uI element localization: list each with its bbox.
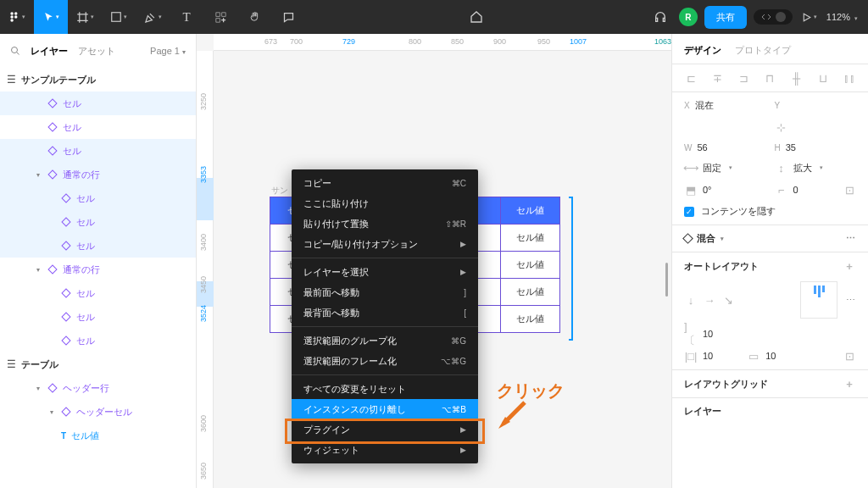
more-icon[interactable]: ⋯ <box>846 295 856 306</box>
align-hcenter-icon[interactable]: ∓ <box>710 71 724 85</box>
component-layer-row[interactable]: セル <box>0 210 196 234</box>
chevron-down-icon[interactable]: ▾ <box>47 408 56 416</box>
dev-mode-toggle[interactable] <box>754 9 793 25</box>
ruler-tick: 850 <box>451 37 464 46</box>
ctx-bring-front[interactable]: 最前面へ移動] <box>292 282 478 302</box>
hand-tool-button[interactable] <box>237 0 271 34</box>
alignment-box[interactable] <box>800 281 837 319</box>
chevron-down-icon[interactable]: ▾ <box>34 385 42 392</box>
page-selector[interactable]: Page 1 ▾ <box>150 46 186 56</box>
padding-v-field[interactable]: ▭10 <box>747 349 776 363</box>
component-layer-row[interactable]: ▾ヘッダー行 <box>0 376 196 400</box>
file-menu-button[interactable] <box>459 0 493 34</box>
text-layer-row[interactable]: Tセル値 <box>0 424 196 447</box>
plus-icon[interactable]: + <box>843 377 856 391</box>
align-top-icon[interactable]: ⊓ <box>763 71 776 85</box>
frame-label[interactable]: サン <box>271 185 288 197</box>
component-layer-row[interactable]: セル <box>0 139 196 163</box>
figma-menu-button[interactable]: ▾ <box>0 0 34 34</box>
layer-label: セル <box>63 97 81 110</box>
y-field[interactable]: Y <box>775 101 857 110</box>
ctx-frame-selection[interactable]: 選択範囲のフレーム化⌥⌘G <box>292 351 478 371</box>
ruler-tick: 900 <box>493 37 506 46</box>
table-cell[interactable]: セル値 <box>501 252 560 279</box>
ctx-detach-instance[interactable]: インスタンスの切り離し⌥⌘B <box>292 399 478 419</box>
h-field[interactable]: H35 <box>775 142 857 152</box>
x-field[interactable]: X混在 <box>684 99 766 112</box>
align-right-icon[interactable]: ⊐ <box>737 71 750 85</box>
ctx-copy[interactable]: コピー⌘C <box>292 173 478 193</box>
prototype-tab[interactable]: プロトタイプ <box>735 44 791 57</box>
headphones-button[interactable] <box>648 0 672 34</box>
constraints-icon[interactable]: ⊹ <box>775 120 857 134</box>
layers-tab[interactable]: レイヤー <box>31 45 68 58</box>
frame-tool-button[interactable]: ▾ <box>68 0 102 34</box>
table-cell[interactable]: セル値 <box>501 279 560 306</box>
frame-layer-row[interactable]: ☰テーブル <box>0 352 196 376</box>
table-header-cell[interactable]: セル値 <box>501 197 560 225</box>
chevron-down-icon[interactable]: ▾ <box>34 266 42 274</box>
svg-rect-7 <box>221 12 225 15</box>
text-icon: T <box>182 10 190 25</box>
align-vcenter-icon[interactable]: ╫ <box>790 71 804 85</box>
shape-tool-button[interactable]: ▾ <box>102 0 136 34</box>
autolayout-direction[interactable]: ↓ → ↘ <box>684 293 735 307</box>
resources-icon <box>214 11 227 24</box>
ctx-reset-changes[interactable]: すべての変更をリセット <box>292 379 478 399</box>
individual-padding-icon[interactable]: ⊡ <box>843 349 856 363</box>
angle-field[interactable]: ⬒0° <box>684 183 766 197</box>
user-avatar[interactable]: R <box>679 8 698 26</box>
present-button[interactable]: ▾ <box>799 0 820 34</box>
search-icon[interactable] <box>10 46 20 56</box>
gap-vertical-field[interactable]: ]〔10 <box>684 327 713 341</box>
component-layer-row[interactable]: セル <box>0 186 196 210</box>
design-tab[interactable]: デザイン <box>684 44 721 57</box>
table-cell[interactable]: セル値 <box>501 306 560 333</box>
ctx-send-back[interactable]: 最背面へ移動[ <box>292 302 478 323</box>
component-layer-row[interactable]: ▾通常の行 <box>0 258 196 281</box>
ctx-group[interactable]: 選択範囲のグループ化⌘G <box>292 330 478 351</box>
frame-layer-row[interactable]: ☰サンプルテーブル <box>0 68 196 92</box>
share-button[interactable]: 共有 <box>704 6 747 29</box>
align-bottom-icon[interactable]: ⊔ <box>816 71 830 85</box>
ruler-tick: 3600 <box>199 415 208 432</box>
ctx-paste-replace[interactable]: 貼り付けて置換⇧⌘R <box>292 214 478 234</box>
component-layer-row[interactable]: セル <box>0 305 196 329</box>
radius-field[interactable]: ⌐0⊡ <box>775 183 857 197</box>
grow-field[interactable]: ↕拡大▾ <box>775 161 857 175</box>
ctx-paste-here[interactable]: ここに貼り付け <box>292 193 478 214</box>
ctx-select-layer[interactable]: レイヤーを選択▶ <box>292 262 478 282</box>
component-layer-row[interactable]: ▾通常の行 <box>0 163 196 186</box>
layer-label: サンプルテーブル <box>21 74 96 86</box>
w-field[interactable]: W56 <box>684 142 766 152</box>
chevron-down-icon[interactable]: ▾ <box>34 171 42 179</box>
scrollbar-indicator[interactable] <box>665 263 668 297</box>
more-icon[interactable]: ⋯ <box>846 233 856 244</box>
component-layer-row[interactable]: セル <box>0 281 196 305</box>
component-layer-row[interactable]: ▾ヘッダーセル <box>0 400 196 424</box>
clip-content-row[interactable]: ✓ コンテンツを隠す <box>684 205 856 218</box>
zoom-level[interactable]: 112% ▾ <box>826 12 858 22</box>
component-layer-row[interactable]: セル <box>0 329 196 352</box>
table-cell[interactable]: セル値 <box>501 225 560 252</box>
text-tool-button[interactable]: T <box>170 0 203 34</box>
distribute-icon[interactable]: ⫿⫿ <box>843 71 856 85</box>
component-layer-row[interactable]: セル <box>0 234 196 258</box>
assets-tab[interactable]: アセット <box>78 45 115 58</box>
resources-button[interactable] <box>203 0 237 34</box>
padding-h-field[interactable]: |□|10 <box>684 349 713 363</box>
component-layer-row[interactable]: セル <box>0 115 196 139</box>
ctx-copy-paste-options[interactable]: コピー/貼り付けオプション▶ <box>292 234 478 254</box>
instance-icon <box>61 288 71 298</box>
hug-field[interactable]: ⟷固定▾ <box>684 161 766 175</box>
comment-tool-button[interactable] <box>271 0 305 34</box>
component-layer-row[interactable]: セル <box>0 92 196 115</box>
plus-icon[interactable]: + <box>843 259 856 273</box>
instance-icon <box>61 312 71 322</box>
align-left-icon[interactable]: ⊏ <box>684 71 698 85</box>
canvas[interactable]: 67370072980085090095010071063 3250335334… <box>197 34 671 488</box>
pen-tool-button[interactable]: ▾ <box>136 0 170 34</box>
svg-rect-1 <box>14 12 18 14</box>
move-tool-button[interactable]: ▾ <box>34 0 68 34</box>
figma-logo-icon <box>8 11 20 23</box>
